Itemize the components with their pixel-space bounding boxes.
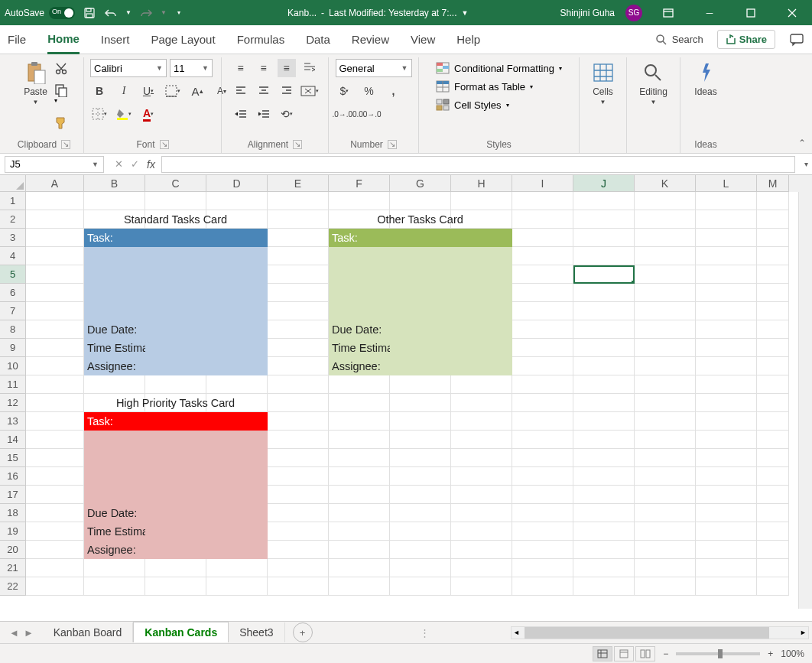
row-header[interactable]: 9: [0, 339, 26, 357]
dialog-launcher-icon[interactable]: ↘: [160, 140, 169, 149]
cell[interactable]: [696, 192, 757, 210]
cell[interactable]: [268, 320, 329, 339]
cell[interactable]: [573, 522, 635, 541]
cell[interactable]: [329, 522, 390, 541]
column-header[interactable]: D: [206, 175, 268, 192]
cell[interactable]: [451, 486, 512, 504]
cell[interactable]: [451, 229, 512, 247]
decrease-indent-icon[interactable]: [232, 105, 250, 123]
cell[interactable]: [512, 192, 573, 210]
orientation-icon[interactable]: ⟲▾: [278, 105, 296, 123]
row-header[interactable]: 4: [0, 247, 26, 265]
cell[interactable]: [206, 229, 268, 247]
cell[interactable]: [84, 431, 145, 449]
cell[interactable]: [268, 302, 329, 320]
cell[interactable]: High Priority Tasks Card: [145, 394, 206, 412]
merge-icon[interactable]: ▾: [300, 82, 319, 100]
cell[interactable]: [635, 302, 696, 320]
dialog-launcher-icon[interactable]: ↘: [388, 140, 397, 149]
column-header[interactable]: A: [26, 175, 84, 192]
row-header[interactable]: 18: [0, 504, 26, 522]
cell[interactable]: [696, 265, 757, 284]
comments-icon[interactable]: [789, 33, 804, 47]
vertical-scrollbar[interactable]: [798, 192, 812, 609]
cell[interactable]: [451, 449, 512, 467]
cell[interactable]: [573, 504, 635, 522]
cell[interactable]: [635, 394, 696, 412]
row-header[interactable]: 19: [0, 522, 26, 541]
cell[interactable]: [696, 467, 757, 486]
collapse-ribbon-icon[interactable]: ⌃: [798, 138, 806, 148]
cell[interactable]: [573, 302, 635, 320]
zoom-in-icon[interactable]: +: [768, 648, 773, 659]
cell[interactable]: [268, 284, 329, 302]
align-bottom-icon[interactable]: ≡: [278, 59, 296, 77]
cell[interactable]: [26, 284, 84, 302]
cell[interactable]: [145, 467, 206, 486]
cell[interactable]: [696, 577, 757, 596]
cell[interactable]: [573, 357, 635, 375]
cell[interactable]: [26, 559, 84, 577]
cell[interactable]: Due Date:: [329, 320, 390, 339]
comma-icon[interactable]: ,: [385, 82, 403, 100]
maximize-icon[interactable]: [736, 0, 766, 25]
cell[interactable]: [635, 375, 696, 394]
tab-view[interactable]: View: [411, 25, 435, 54]
cell[interactable]: [84, 375, 145, 394]
cell[interactable]: [268, 375, 329, 394]
cell[interactable]: [145, 504, 206, 522]
cell[interactable]: [573, 541, 635, 559]
align-left-icon[interactable]: [232, 82, 250, 100]
cell[interactable]: [329, 504, 390, 522]
cell[interactable]: [145, 522, 206, 541]
cell[interactable]: [84, 577, 145, 596]
font-size-combo[interactable]: 11▼: [170, 59, 213, 77]
cell[interactable]: [512, 486, 573, 504]
align-right-icon[interactable]: [278, 82, 296, 100]
cell[interactable]: [268, 486, 329, 504]
cell[interactable]: [145, 320, 206, 339]
cell[interactable]: [757, 265, 789, 284]
cell[interactable]: [26, 320, 84, 339]
cell[interactable]: [696, 247, 757, 265]
cell[interactable]: [573, 192, 635, 210]
cell[interactable]: [268, 357, 329, 375]
cell[interactable]: [268, 559, 329, 577]
increase-decimal-icon[interactable]: .0→.00: [336, 105, 354, 123]
cell[interactable]: [757, 284, 789, 302]
ribbon-display-icon[interactable]: [653, 0, 684, 25]
cell[interactable]: [329, 559, 390, 577]
cell[interactable]: [206, 339, 268, 357]
cell[interactable]: [390, 357, 451, 375]
cell[interactable]: [757, 559, 789, 577]
column-header[interactable]: L: [696, 175, 757, 192]
row-header[interactable]: 17: [0, 486, 26, 504]
cell[interactable]: [84, 302, 145, 320]
cell[interactable]: [512, 394, 573, 412]
cell[interactable]: [145, 375, 206, 394]
cell[interactable]: [390, 284, 451, 302]
cell[interactable]: [512, 375, 573, 394]
cell[interactable]: [390, 431, 451, 449]
cell[interactable]: [268, 541, 329, 559]
cell[interactable]: [512, 210, 573, 229]
cell[interactable]: [573, 559, 635, 577]
cell[interactable]: [26, 431, 84, 449]
column-header[interactable]: I: [512, 175, 573, 192]
cell[interactable]: [329, 431, 390, 449]
bold-button[interactable]: B: [90, 82, 109, 100]
cell[interactable]: [206, 192, 268, 210]
column-header[interactable]: J: [573, 175, 635, 192]
cell[interactable]: [268, 247, 329, 265]
cell[interactable]: Time Estimate:: [84, 339, 145, 357]
cell[interactable]: [145, 302, 206, 320]
cell[interactable]: [696, 449, 757, 467]
cell[interactable]: [512, 541, 573, 559]
cell[interactable]: [451, 577, 512, 596]
align-top-icon[interactable]: ≡: [232, 59, 250, 77]
cell[interactable]: [635, 467, 696, 486]
cell[interactable]: [573, 265, 635, 284]
cell[interactable]: [206, 449, 268, 467]
cell[interactable]: [573, 339, 635, 357]
cell[interactable]: [512, 247, 573, 265]
